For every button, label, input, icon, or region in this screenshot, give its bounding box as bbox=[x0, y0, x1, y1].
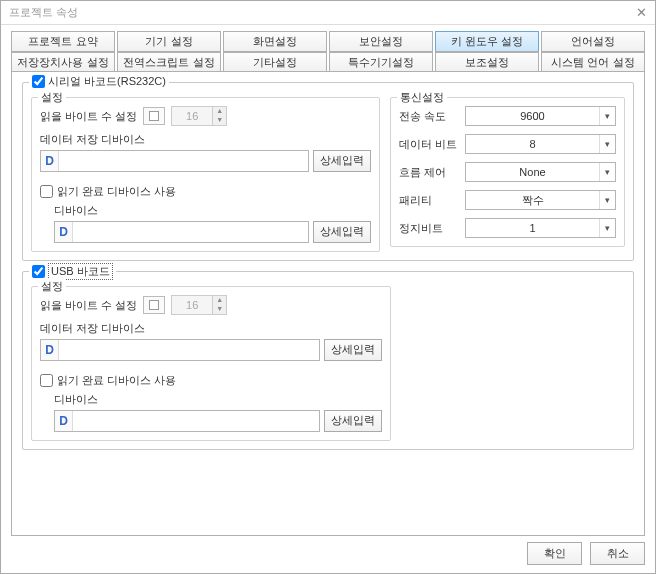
stopbit-select[interactable]: 1 ▾ bbox=[465, 218, 616, 238]
serial-bytes-input[interactable] bbox=[171, 106, 213, 126]
serial-storage-label: 데이터 저장 디바이스 bbox=[40, 132, 371, 147]
spinner-up-icon[interactable]: ▲ bbox=[213, 296, 226, 305]
flow-select[interactable]: None ▾ bbox=[465, 162, 616, 182]
usb-storage-label: 데이터 저장 디바이스 bbox=[40, 321, 382, 336]
parity-select[interactable]: 짝수 ▾ bbox=[465, 190, 616, 210]
comm-legend: 통신설정 bbox=[397, 90, 447, 105]
chevron-down-icon: ▾ bbox=[599, 191, 615, 209]
serial-device-field[interactable]: D bbox=[54, 221, 309, 243]
chevron-down-icon: ▾ bbox=[599, 163, 615, 181]
serial-barcode-title: 시리얼 바코드(RS232C) bbox=[48, 74, 166, 89]
databit-select[interactable]: 8 ▾ bbox=[465, 134, 616, 154]
baud-label: 전송 속도 bbox=[399, 109, 459, 124]
usb-storage-device[interactable]: D bbox=[40, 339, 320, 361]
tabs: 프로젝트 요약 기기 설정 화면설정 보안설정 키 윈도우 설정 언어설정 저장… bbox=[11, 31, 645, 72]
serial-barcode-group: 시리얼 바코드(RS232C) 설정 읽을 바이트 수 설정 ▲▼ bbox=[22, 82, 634, 261]
spinner-down-icon[interactable]: ▼ bbox=[213, 116, 226, 125]
serial-bytes-toggle[interactable] bbox=[143, 107, 165, 125]
dialog-footer: 확인 취소 bbox=[11, 536, 645, 565]
usb-readdone-checkbox[interactable] bbox=[40, 374, 53, 387]
serial-enable-checkbox[interactable] bbox=[32, 75, 45, 88]
usb-device-prefix: D bbox=[55, 411, 73, 431]
usb-enable-checkbox[interactable] bbox=[32, 265, 45, 278]
flow-label: 흐름 제어 bbox=[399, 165, 459, 180]
tab-system-language-setting[interactable]: 시스템 언어 설정 bbox=[541, 52, 645, 72]
cancel-button[interactable]: 취소 bbox=[590, 542, 645, 565]
tab-screen-setting[interactable]: 화면설정 bbox=[223, 31, 327, 52]
serial-storage-input[interactable] bbox=[59, 151, 308, 171]
serial-readdone-checkbox[interactable] bbox=[40, 185, 53, 198]
tab-etc-setting[interactable]: 기타설정 bbox=[223, 52, 327, 72]
serial-device-input[interactable] bbox=[73, 222, 308, 242]
chevron-down-icon: ▾ bbox=[599, 219, 615, 237]
tab-key-window-setting[interactable]: 키 윈도우 설정 bbox=[435, 31, 539, 52]
baud-value: 9600 bbox=[466, 107, 599, 125]
parity-value: 짝수 bbox=[466, 191, 599, 209]
serial-device-label: 디바이스 bbox=[54, 203, 371, 218]
content-area: 프로젝트 요약 기기 설정 화면설정 보안설정 키 윈도우 설정 언어설정 저장… bbox=[1, 25, 655, 573]
baud-select[interactable]: 9600 ▾ bbox=[465, 106, 616, 126]
tab-language-setting[interactable]: 언어설정 bbox=[541, 31, 645, 52]
usb-device-input[interactable] bbox=[73, 411, 319, 431]
close-icon[interactable]: ✕ bbox=[636, 5, 647, 20]
stopbit-label: 정지비트 bbox=[399, 221, 459, 236]
stopbit-value: 1 bbox=[466, 219, 599, 237]
usb-storage-detail-button[interactable]: 상세입력 bbox=[324, 339, 382, 361]
usb-storage-prefix: D bbox=[41, 340, 59, 360]
tab-row-1: 프로젝트 요약 기기 설정 화면설정 보안설정 키 윈도우 설정 언어설정 bbox=[11, 31, 645, 52]
tab-project-summary[interactable]: 프로젝트 요약 bbox=[11, 31, 115, 52]
serial-storage-prefix: D bbox=[41, 151, 59, 171]
serial-device-prefix: D bbox=[55, 222, 73, 242]
tab-device-setting[interactable]: 기기 설정 bbox=[117, 31, 221, 52]
tab-storage-setting[interactable]: 저장장치사용 설정 bbox=[11, 52, 115, 72]
serial-device-detail-button[interactable]: 상세입력 bbox=[313, 221, 371, 243]
serial-settings-legend: 설정 bbox=[38, 90, 66, 105]
usb-settings-group: 설정 읽을 바이트 수 설정 ▲▼ 데이터 저장 디바이스 D bbox=[31, 286, 391, 441]
usb-barcode-group: USB 바코드 설정 읽을 바이트 수 설정 ▲▼ 데이터 저장 디바이스 bbox=[22, 271, 634, 450]
databit-value: 8 bbox=[466, 135, 599, 153]
serial-storage-detail-button[interactable]: 상세입력 bbox=[313, 150, 371, 172]
tab-row-2: 저장장치사용 설정 전역스크립트 설정 기타설정 특수기기설정 보조설정 시스템… bbox=[11, 52, 645, 72]
serial-bytes-spinner[interactable]: ▲▼ bbox=[171, 106, 227, 126]
tab-panel: 시리얼 바코드(RS232C) 설정 읽을 바이트 수 설정 ▲▼ bbox=[11, 71, 645, 536]
chevron-down-icon: ▾ bbox=[599, 135, 615, 153]
usb-bytes-input[interactable] bbox=[171, 295, 213, 315]
tab-special-device-setting[interactable]: 특수기기설정 bbox=[329, 52, 433, 72]
usb-bytes-spinner[interactable]: ▲▼ bbox=[171, 295, 227, 315]
spinner-up-icon[interactable]: ▲ bbox=[213, 107, 226, 116]
usb-storage-input[interactable] bbox=[59, 340, 319, 360]
ok-button[interactable]: 확인 bbox=[527, 542, 582, 565]
titlebar: 프로젝트 속성 ✕ bbox=[1, 1, 655, 25]
usb-readdone-label: 읽기 완료 디바이스 사용 bbox=[57, 373, 176, 388]
serial-bytes-label: 읽을 바이트 수 설정 bbox=[40, 109, 137, 124]
tab-security-setting[interactable]: 보안설정 bbox=[329, 31, 433, 52]
parity-label: 패리티 bbox=[399, 193, 459, 208]
serial-readdone-label: 읽기 완료 디바이스 사용 bbox=[57, 184, 176, 199]
usb-device-detail-button[interactable]: 상세입력 bbox=[324, 410, 382, 432]
usb-bytes-label: 읽을 바이트 수 설정 bbox=[40, 298, 137, 313]
databit-label: 데이터 비트 bbox=[399, 137, 459, 152]
usb-bytes-toggle[interactable] bbox=[143, 296, 165, 314]
serial-settings-group: 설정 읽을 바이트 수 설정 ▲▼ 데이터 저장 디바이스 bbox=[31, 97, 380, 252]
window-title: 프로젝트 속성 bbox=[9, 5, 78, 20]
tab-global-script-setting[interactable]: 전역스크립트 설정 bbox=[117, 52, 221, 72]
comm-settings-group: 통신설정 전송 속도 9600 ▾ 데이터 비트 bbox=[390, 97, 625, 247]
usb-device-field[interactable]: D bbox=[54, 410, 320, 432]
chevron-down-icon: ▾ bbox=[599, 107, 615, 125]
serial-barcode-legend: 시리얼 바코드(RS232C) bbox=[29, 74, 169, 89]
dialog-window: 프로젝트 속성 ✕ 프로젝트 요약 기기 설정 화면설정 보안설정 키 윈도우 … bbox=[0, 0, 656, 574]
usb-device-label: 디바이스 bbox=[54, 392, 382, 407]
usb-settings-legend: 설정 bbox=[38, 279, 66, 294]
usb-barcode-title: USB 바코드 bbox=[48, 263, 113, 280]
usb-barcode-legend: USB 바코드 bbox=[29, 263, 116, 280]
flow-value: None bbox=[466, 163, 599, 181]
serial-storage-device[interactable]: D bbox=[40, 150, 309, 172]
spinner-down-icon[interactable]: ▼ bbox=[213, 305, 226, 314]
tab-aux-setting[interactable]: 보조설정 bbox=[435, 52, 539, 72]
